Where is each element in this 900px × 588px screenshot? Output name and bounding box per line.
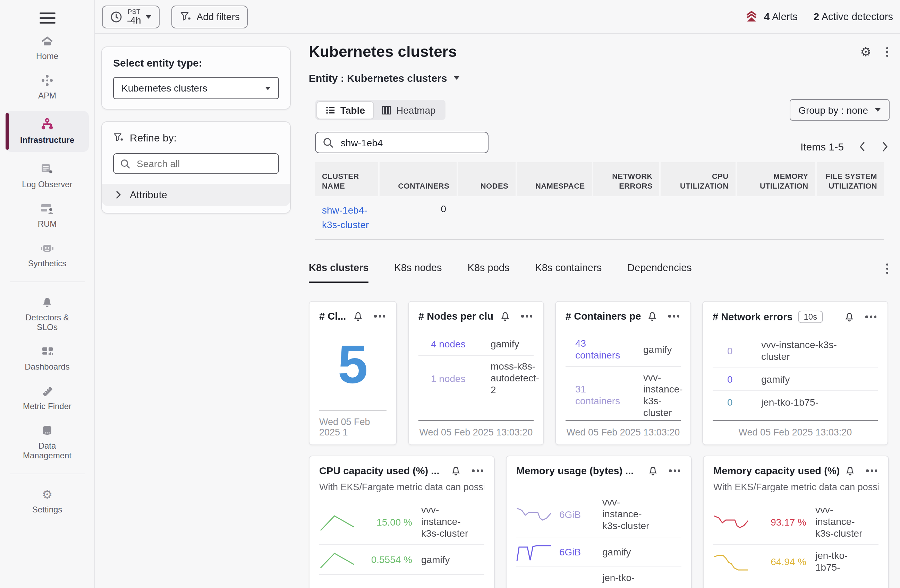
entity-selector[interactable]: Entity : Kubernetes clusters [309,72,889,84]
bell-icon [41,296,53,309]
metric-label: vvv-instance-k3s-cluster [632,372,683,419]
metric-value-link[interactable]: 6GiB [559,508,602,520]
metric-value-link[interactable]: 31 containers [566,384,632,407]
sidebar-item-rum[interactable]: RUM [0,196,95,235]
metric-value-link[interactable]: 0 [713,373,761,385]
card-subtitle: With EKS/Fargate metric data can possibl… [713,482,878,492]
column-header[interactable]: File System Utilization [815,162,884,196]
metric-value-link[interactable]: 1 nodes [419,372,473,384]
metric-row: jen-tko- [516,566,681,588]
app-root: Home APM Infrastructure Log Observer [0,0,900,588]
page-kebab-menu-icon[interactable] [885,45,889,59]
card-title: # Containers pe... [566,311,641,322]
refine-search-input[interactable] [135,158,272,170]
tab-k8s-nodes[interactable]: K8s nodes [394,262,442,282]
tab-dependencies[interactable]: Dependencies [627,262,692,282]
page-title: Kubernetes clusters [309,43,457,61]
card-kebab-menu-icon[interactable] [471,468,484,473]
list-icon [325,105,335,115]
entity-type-select[interactable]: Kubernetes clusters [113,77,279,99]
bell-icon[interactable] [647,311,658,321]
metric-value-link[interactable]: 0.5554 % [362,553,412,566]
metric-value-link[interactable]: 0 [713,345,761,357]
tabs-kebab-menu-icon[interactable] [885,262,889,275]
card-kebab-menu-icon[interactable] [373,314,386,319]
metric-value-link[interactable]: 15.00 % [362,515,412,528]
sidebar-item-detectors-slos[interactable]: Detectors & SLOs [0,289,95,339]
tab-k8s-pods[interactable]: K8s pods [468,262,510,282]
card-timestamp: Wed 05 Feb 2025 13:03:20 [713,420,878,438]
tab-k8s-containers[interactable]: K8s containers [535,262,602,282]
bell-icon[interactable] [844,312,855,322]
metric-value-link[interactable]: 64.94 % [756,556,806,568]
column-header[interactable]: Cluster Name [315,162,378,196]
metric-value-link[interactable]: 43 containers [566,338,632,361]
bell-icon[interactable] [648,466,659,476]
card-title: # Nodes per clu... [419,311,494,322]
attribute-expander[interactable]: Attribute [102,184,290,206]
card-kebab-menu-icon[interactable] [864,314,878,319]
card-kebab-menu-icon[interactable] [865,468,878,473]
sidebar-item-apm[interactable]: APM [0,68,95,107]
filter-plus-icon [113,132,124,143]
card-kebab-menu-icon[interactable] [668,468,681,473]
view-controls-row: Table Heatmap Group by : none [309,99,889,121]
main-content: Kubernetes clusters ⚙ Entity : Kubernete… [309,33,900,588]
sidebar-item-log-observer[interactable]: Log Observer [0,156,95,196]
cluster-search-input[interactable] [339,136,481,149]
card-kebab-menu-icon[interactable] [520,314,534,319]
metric-value-link[interactable]: 93.17 % [756,515,806,528]
sidebar-item-infrastructure[interactable]: Infrastructure [6,111,89,152]
metric-row: 0 vvv-instance-k3s-cluster [713,334,878,367]
memory-capacity-card: Memory capacity used (%) ... With EKS/Fa… [703,456,889,588]
sidebar-item-data-management[interactable]: Data Management [0,418,95,467]
alerts-link[interactable]: 4 Alerts [745,11,798,23]
heatmap-view-button[interactable]: Heatmap [373,102,444,118]
metric-row: 31 containers vvv-instance-k3s-cluster [566,366,681,424]
apm-icon [41,74,53,88]
column-header[interactable]: Containers [378,162,456,196]
metric-value-link[interactable]: 6GiB [559,546,602,558]
sidebar-divider [10,282,85,283]
containers-count-cell: 0 [387,196,453,239]
sidebar-item-label: Detectors & SLOs [15,313,79,333]
bell-icon[interactable] [500,311,511,321]
chevron-right-icon[interactable] [881,140,889,153]
metric-cards-row-1: # Cl... 5 Wed 05 Feb 2025 1 # Nodes per [309,301,889,445]
sidebar-item-home[interactable]: Home [0,28,95,68]
sidebar-item-dashboards[interactable]: Dashboards [0,339,95,378]
sidebar-item-metric-finder[interactable]: Metric Finder [0,378,95,418]
tab-k8s-clusters[interactable]: K8s clusters [309,262,369,283]
card-timestamp: Wed 05 Feb 2025 13:03:20 [566,420,681,438]
metric-label: vvv-instance-k3s-cluster [815,504,872,540]
column-header[interactable]: Memory Utilization [736,162,815,196]
main-layout: PST -4h Add filters 4 Alerts [95,0,900,588]
bell-icon[interactable] [353,311,364,321]
add-filters-button[interactable]: Add filters [171,5,248,28]
cluster-name-link[interactable]: shw-1eb4-k3s-cluster [315,196,387,239]
column-header[interactable]: Nodes [456,162,515,196]
bell-icon[interactable] [845,466,856,476]
metric-label: jen-tko-1b75- [761,396,865,408]
data-management-icon [41,424,53,438]
hamburger-menu-icon[interactable] [39,12,55,24]
time-range-picker[interactable]: PST -4h [102,5,160,28]
column-header[interactable]: CPU Utilization [659,162,736,196]
active-detectors-link[interactable]: 2 Active detectors [814,11,893,22]
sidebar-item-synthetics[interactable]: Synthetics [0,235,95,275]
chevron-left-icon[interactable] [858,140,867,153]
metric-label: jen-tko-1b75- [815,550,864,573]
card-kebab-menu-icon[interactable] [667,314,681,319]
bell-icon[interactable] [451,466,462,476]
dashboards-icon [41,345,53,359]
settings-gear-icon[interactable]: ⚙ [860,46,871,58]
metric-value-link[interactable]: 0 [713,396,761,409]
group-by-select[interactable]: Group by : none [789,99,889,121]
table-view-button[interactable]: Table [317,102,373,118]
metric-value-link[interactable]: 4 nodes [419,338,473,350]
sidebar-item-settings[interactable]: ⚙ Settings [0,481,95,521]
chevron-down-icon [875,108,881,111]
refine-by-header: Refine by: [102,132,290,144]
column-header[interactable]: Network Errors [592,162,659,196]
column-header[interactable]: Namespace [515,162,591,196]
